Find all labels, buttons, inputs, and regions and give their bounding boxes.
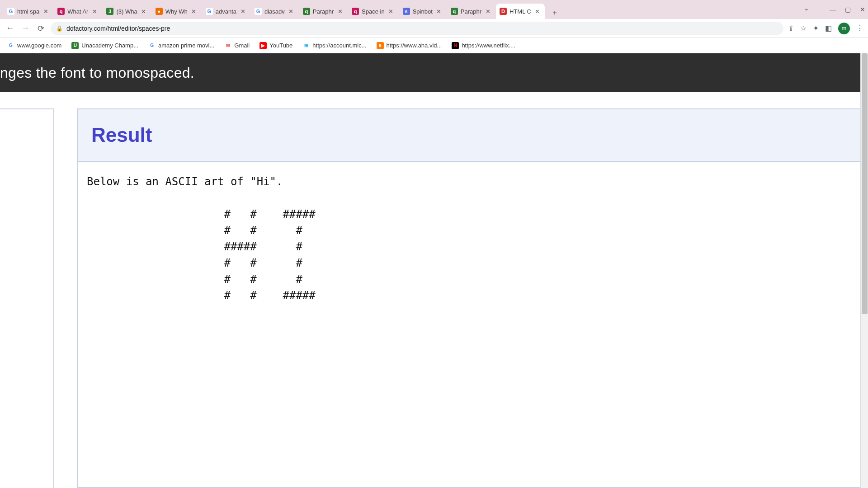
tab-close-button[interactable]: ✕ [387,8,395,15]
tab-title: advanta [216,8,236,15]
tab-favicon: G [206,8,213,15]
result-pre-output: Below is an ASCII art of "Hi". # # #####… [87,174,859,304]
bookmark-star-icon[interactable]: ☆ [800,24,807,33]
tab-close-button[interactable]: ✕ [91,8,98,15]
bookmark-favicon: U [71,42,79,49]
forward-button[interactable]: → [20,23,31,34]
browser-toolbar: ← → ⟳ 🔒 dofactory.com/html/editor/spaces… [0,19,868,38]
bookmarks-bar: Gwww.google.comUUnacademy Champ...Gamazo… [0,38,868,53]
browser-tab[interactable]: Gadvanta✕ [202,4,250,19]
bookmark-label: amazon prime movi... [158,42,214,49]
bookmark-label: https://www.netflix.... [462,42,515,49]
browser-tab[interactable]: qWhat Ar✕ [54,4,102,19]
bookmark-label: www.google.com [17,42,61,49]
bookmark-label: https://www.aha.vid... [387,42,442,49]
tab-favicon: D [500,8,507,15]
page-viewport: nges the font to monospaced. Result Belo… [0,53,868,488]
scrollbar-thumb[interactable] [862,53,868,314]
chrome-menu-icon[interactable]: ⋮ [856,24,863,33]
tab-close-button[interactable]: ✕ [435,8,443,15]
browser-tab[interactable]: Ghtml spa✕ [4,4,53,19]
tab-title: HTML C [509,8,531,15]
sidepanel-icon[interactable]: ◧ [825,24,832,33]
url-text: dofactory.com/html/editor/spaces-pre [66,25,170,32]
bookmark-item[interactable]: Gamazon prime movi... [148,42,214,49]
tab-close-button[interactable]: ✕ [42,8,49,15]
browser-tab[interactable]: sSpinbot✕ [399,4,446,19]
result-body: Below is an ASCII art of "Hi". # # #####… [78,162,868,315]
bookmark-favicon: N [452,42,459,49]
tab-overflow-icon[interactable]: ⌄ [804,5,809,12]
banner-text: nges the font to monospaced. [0,65,194,81]
browser-tab[interactable]: qParaphr✕ [299,4,347,19]
bookmark-item[interactable]: ⊞https://account.mic... [302,42,366,49]
tab-title: html spa [17,8,39,15]
vertical-scrollbar[interactable] [860,53,868,488]
tab-close-button[interactable]: ✕ [190,8,198,15]
result-header: Result [78,109,868,162]
address-bar[interactable]: 🔒 dofactory.com/html/editor/spaces-pre [51,22,783,35]
tab-close-button[interactable]: ✕ [288,8,295,15]
bookmark-item[interactable]: Nhttps://www.netflix.... [452,42,515,49]
bookmark-item[interactable]: Gwww.google.com [7,42,61,49]
tab-title: (3) Wha [116,8,137,15]
bookmark-favicon: ▶ [259,42,267,49]
browser-tab[interactable]: qSpace in✕ [348,4,398,19]
editor-panel-stub [0,108,54,488]
tab-close-button[interactable]: ✕ [239,8,246,15]
maximize-button[interactable]: ▢ [845,6,851,13]
browser-tab[interactable]: 3(3) Wha✕ [103,4,151,19]
bookmark-label: Gmail [234,42,250,49]
tab-title: Paraphr [313,8,334,15]
tab-title: Paraphr [461,8,481,15]
tab-title: What Ar [67,8,88,15]
tab-favicon: q [303,8,310,15]
tab-favicon: s [403,8,410,15]
bookmark-favicon: ✉ [224,42,231,49]
tab-favicon: q [451,8,458,15]
reload-button[interactable]: ⟳ [35,23,46,34]
tab-favicon: G [255,8,262,15]
browser-tab[interactable]: Gdiasadv✕ [251,4,298,19]
bookmark-item[interactable]: ▶YouTube [259,42,292,49]
bookmark-label: Unacademy Champ... [81,42,138,49]
tab-favicon: q [57,8,65,15]
extensions-icon[interactable]: ✦ [813,24,819,33]
tab-favicon: ● [156,8,163,15]
minimize-button[interactable]: — [830,6,836,13]
tab-title: Spinbot [413,8,433,15]
tab-close-button[interactable]: ✕ [336,8,344,15]
profile-avatar[interactable]: m [838,23,850,34]
bookmark-item[interactable]: UUnacademy Champ... [71,42,138,49]
bookmark-favicon: G [148,42,156,49]
bookmark-favicon: a [377,42,384,49]
bookmark-item[interactable]: ahttps://www.aha.vid... [377,42,442,49]
bookmark-favicon: G [7,42,14,49]
close-window-button[interactable]: ✕ [860,6,865,13]
tab-favicon: q [352,8,359,15]
browser-tab[interactable]: ●Why Wh✕ [152,4,201,19]
page-banner: nges the font to monospaced. [0,53,868,92]
tab-favicon: G [7,8,14,15]
result-heading: Result [91,124,152,146]
bookmark-label: https://account.mic... [312,42,366,49]
bookmark-label: YouTube [269,42,292,49]
browser-tab[interactable]: DHTML C✕ [496,4,545,19]
tab-close-button[interactable]: ✕ [534,8,541,15]
new-tab-button[interactable]: ＋ [548,6,561,19]
bookmark-item[interactable]: ✉Gmail [224,42,250,49]
tab-title: Space in [362,8,385,15]
tab-close-button[interactable]: ✕ [140,8,147,15]
result-panel: Result Below is an ASCII art of "Hi". # … [77,108,868,488]
tab-close-button[interactable]: ✕ [484,8,491,15]
tab-title: Why Wh [165,8,188,15]
back-button[interactable]: ← [5,23,15,34]
bookmark-favicon: ⊞ [302,42,310,49]
tab-title: diasadv [264,8,285,15]
tab-favicon: 3 [106,8,113,15]
share-icon[interactable]: ⇪ [788,24,794,33]
lock-icon: 🔒 [56,25,63,32]
tab-strip: Ghtml spa✕qWhat Ar✕3(3) Wha✕●Why Wh✕Gadv… [0,0,868,19]
browser-tab[interactable]: qParaphr✕ [447,4,495,19]
